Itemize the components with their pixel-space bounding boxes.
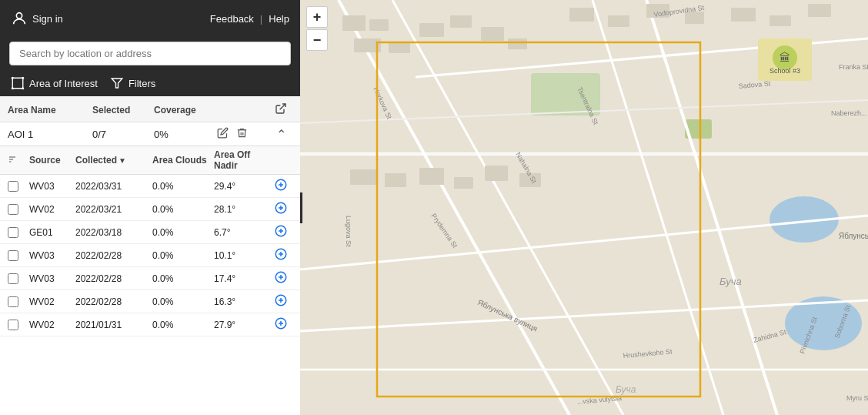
edit-icon [217, 127, 229, 139]
svg-point-3 [22, 77, 24, 79]
add-icon [274, 316, 288, 330]
row-area-off-nadir: 29.4° [214, 181, 269, 192]
sign-in-button[interactable]: Sign in [11, 10, 63, 27]
svg-point-5 [22, 87, 24, 89]
col-area-name: Area Name [8, 105, 92, 115]
add-row-button-4[interactable] [269, 270, 292, 286]
row-collected: 2022/03/21 [75, 204, 152, 215]
table-column-headers: Area Name Selected Coverage [0, 96, 300, 122]
svg-rect-64 [385, 173, 406, 187]
add-icon [274, 247, 288, 261]
aoi-icon [11, 76, 25, 90]
add-row-button-2[interactable] [269, 224, 292, 240]
add-icon [274, 178, 288, 192]
sub-header: Source Collected ▼ Area Clouds Area Off … [0, 146, 300, 175]
svg-rect-63 [350, 169, 377, 185]
add-row-button-6[interactable] [269, 316, 292, 333]
panel-toggle-button[interactable]: ‹ [300, 192, 302, 223]
zoom-out-button[interactable]: − [306, 29, 328, 51]
sort-arrow-collected: ▼ [119, 156, 126, 165]
row-checkbox-0[interactable] [8, 181, 18, 192]
export-icon [275, 102, 287, 115]
header: Sign in Feedback | Help [0, 0, 300, 37]
sort-icon [8, 155, 17, 164]
col-selected: Selected [92, 105, 154, 115]
row-collected: 2022/03/18 [75, 227, 152, 238]
col-collected: Collected ▼ [75, 155, 152, 166]
svg-rect-48 [342, 15, 366, 31]
zoom-in-button[interactable]: + [306, 6, 328, 28]
col-coverage: Coverage [154, 105, 215, 115]
svg-rect-53 [450, 15, 472, 28]
svg-rect-66 [454, 177, 473, 189]
row-source: WV02 [29, 320, 75, 330]
row-area-clouds: 0.0% [152, 250, 214, 261]
table-row: WV02 2021/01/31 0.0% 27.9° [0, 313, 300, 336]
collapse-aoi-button[interactable]: ⌃ [269, 127, 292, 142]
aoi-row: AOI 1 0/7 0% [0, 122, 300, 146]
svg-rect-1 [12, 78, 23, 89]
row-area-off-nadir: 27.9° [214, 320, 269, 330]
add-row-button-0[interactable] [269, 178, 292, 194]
sign-in-label: Sign in [32, 13, 63, 25]
export-button[interactable] [269, 101, 292, 119]
add-row-button-1[interactable] [269, 201, 292, 217]
row-area-off-nadir: 28.1° [214, 204, 269, 215]
map-svg: 🏛 School #3 Vodoprovidna St Horkova St T… [300, 0, 868, 415]
row-area-off-nadir: 6.7° [214, 227, 269, 238]
svg-text:Буча: Буча [616, 384, 636, 395]
svg-rect-54 [481, 27, 504, 41]
row-checkbox-4[interactable] [8, 273, 18, 284]
aoi-button[interactable]: Area of Interest [11, 76, 98, 90]
svg-marker-6 [112, 79, 122, 88]
help-button[interactable]: Help [269, 13, 289, 25]
aoi-actions [215, 126, 269, 142]
data-rows-container: WV03 2022/03/31 0.0% 29.4° WV02 2022/03/… [0, 175, 300, 336]
add-row-button-5[interactable] [269, 293, 292, 310]
svg-rect-56 [569, 8, 594, 22]
svg-rect-55 [508, 38, 527, 49]
table-area: Area Name Selected Coverage AOI 1 0/7 0% [0, 96, 300, 415]
col-sort-icon [8, 155, 29, 166]
filters-button[interactable]: Filters [110, 76, 155, 90]
svg-rect-60 [731, 8, 756, 22]
header-links: Feedback | Help [210, 13, 289, 25]
svg-point-4 [12, 87, 14, 89]
table-row: WV03 2022/02/28 0.0% 10.1° [0, 244, 300, 267]
row-area-clouds: 0.0% [152, 296, 214, 307]
svg-text:School #3: School #3 [770, 67, 800, 75]
row-checkbox-5[interactable] [8, 296, 18, 307]
svg-point-0 [16, 13, 22, 18]
row-area-off-nadir: 17.4° [214, 273, 269, 284]
table-row: WV03 2022/03/31 0.0% 29.4° [0, 175, 300, 198]
row-checkbox-2[interactable] [8, 227, 18, 238]
add-icon [274, 293, 288, 307]
zoom-controls: + − [306, 6, 328, 51]
row-checkbox-3[interactable] [8, 250, 18, 261]
delete-icon [236, 127, 248, 139]
add-row-button-3[interactable] [269, 247, 292, 263]
table-row: WV02 2022/02/28 0.0% 16.3° [0, 290, 300, 313]
col-area-off-nadir: Area Off Nadir [214, 149, 269, 171]
add-icon [274, 201, 288, 215]
feedback-button[interactable]: Feedback [210, 13, 254, 25]
row-checkbox-1[interactable] [8, 204, 18, 215]
row-source: WV03 [29, 181, 75, 192]
table-row: GE01 2022/03/18 0.0% 6.7° [0, 221, 300, 244]
row-collected: 2022/02/28 [75, 296, 152, 307]
edit-aoi-button[interactable] [215, 126, 230, 142]
row-source: WV02 [29, 204, 75, 215]
svg-text:🏛: 🏛 [780, 52, 790, 64]
search-input[interactable] [9, 42, 291, 65]
row-checkbox-6[interactable] [8, 320, 18, 330]
svg-rect-61 [770, 15, 791, 26]
separator: | [260, 13, 262, 25]
row-source: WV03 [29, 273, 75, 284]
delete-aoi-button[interactable] [235, 126, 249, 142]
svg-text:Myru St: Myru St [846, 394, 868, 402]
svg-text:Яблунська вулиця: Яблунська вулиця [839, 232, 868, 240]
row-area-off-nadir: 10.1° [214, 250, 269, 261]
svg-rect-67 [485, 166, 508, 181]
aoi-coverage: 0% [154, 129, 215, 140]
row-area-clouds: 0.0% [152, 227, 214, 238]
